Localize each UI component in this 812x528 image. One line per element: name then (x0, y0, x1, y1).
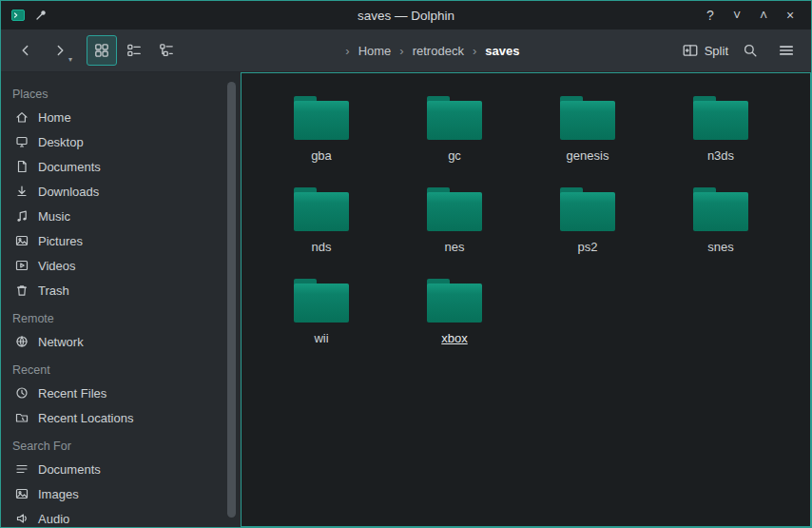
folder-label: ps2 (578, 240, 598, 254)
folder-label: nds (312, 240, 332, 254)
sidebar-item-documents[interactable]: Documents (10, 457, 223, 481)
sidebar-item-label: Documents (38, 160, 101, 174)
sidebar-item-recent-locations[interactable]: Recent Locations (10, 405, 223, 430)
sidebar-item-label: Music (38, 209, 70, 224)
forward-icon (51, 42, 68, 59)
folder-label: nes (445, 240, 465, 254)
folder-label: xbox (441, 331, 467, 345)
folder-item-ps2[interactable]: ps2 (521, 184, 654, 275)
sidebar-section-header-remote: Remote (12, 312, 223, 325)
sidebar-item-label: Audio (38, 512, 69, 526)
places-panel: PlacesHomeDesktopDocumentsDownloadsMusic… (1, 72, 241, 527)
breadcrumb-separator: › (340, 44, 354, 58)
sidebar-item-documents[interactable]: Documents (10, 154, 223, 179)
sidebar-item-label: Trash (38, 284, 69, 298)
details-view-button[interactable] (119, 35, 149, 66)
search-button[interactable] (735, 35, 765, 66)
sidebar-item-trash[interactable]: Trash (10, 278, 223, 303)
sidebar-section-header-places: Places (12, 88, 223, 101)
help-button[interactable]: ? (699, 5, 722, 26)
sidebar-item-home[interactable]: Home (10, 105, 223, 129)
folder-item-wii[interactable]: wii (255, 275, 388, 366)
icons-view-button[interactable] (87, 35, 117, 66)
breadcrumb-item-saves[interactable]: saves (483, 41, 521, 61)
folder-label: genesis (567, 148, 609, 163)
sidebar-item-recent-files[interactable]: Recent Files (10, 381, 223, 405)
recent-locations-icon (14, 410, 29, 425)
folder-icon (427, 96, 482, 140)
desktop-icon (14, 134, 29, 149)
sidebar-item-label: Home (38, 110, 71, 125)
folder-label: snes (707, 240, 733, 254)
sidebar-section-header-search-for: Search For (12, 440, 223, 453)
folder-item-gba[interactable]: gba (255, 92, 388, 184)
folder-icon (693, 96, 748, 140)
sidebar-item-downloads[interactable]: Downloads (10, 179, 223, 204)
folder-icon (693, 187, 748, 231)
folder-label: wii (314, 331, 328, 345)
sidebar-item-network[interactable]: Network (10, 329, 223, 354)
back-button[interactable] (10, 35, 41, 66)
folder-icon (294, 96, 349, 140)
folder-icon (427, 279, 482, 323)
titlebar: saves — Dolphin ?˅˄× (1, 1, 811, 29)
sidebar-item-label: Documents (38, 462, 101, 477)
image-icon (14, 233, 29, 248)
folder-label: gba (311, 148, 332, 163)
breadcrumb-item-home[interactable]: Home (357, 41, 394, 61)
close-button[interactable]: × (779, 5, 802, 26)
icons-view-icon (93, 42, 110, 59)
split-button[interactable]: Split (681, 35, 729, 66)
sidebar-item-label: Videos (38, 259, 76, 273)
folder-item-genesis[interactable]: genesis (521, 92, 654, 184)
folder-item-n3ds[interactable]: n3ds (654, 92, 787, 184)
breadcrumb-item-retrodeck[interactable]: retrodeck (411, 41, 466, 61)
folder-item-nds[interactable]: nds (255, 184, 388, 275)
sidebar-item-videos[interactable]: Videos (10, 253, 223, 278)
sidebar-item-pictures[interactable]: Pictures (10, 228, 223, 253)
maximize-button[interactable]: ˄ (752, 5, 775, 26)
sidebar-item-label: Network (38, 335, 84, 349)
sidebar-item-label: Pictures (38, 234, 83, 248)
folder-label: n3ds (707, 148, 734, 163)
folder-grid: gbagcgenesisn3dsndsnesps2sneswiixbox (242, 73, 810, 366)
menu-button[interactable] (771, 35, 802, 66)
folder-icon (560, 187, 615, 231)
folder-icon (294, 187, 349, 231)
recent-files-icon (14, 385, 29, 401)
minimize-button[interactable]: ˅ (725, 5, 748, 26)
sidebar-item-images[interactable]: Images (10, 481, 223, 506)
sidebar-item-label: Downloads (38, 185, 99, 199)
search-documents-icon (14, 461, 29, 477)
folder-item-snes[interactable]: snes (654, 184, 787, 275)
home-icon (14, 109, 29, 125)
window-title: saves — Dolphin (1, 9, 811, 23)
folder-icon (294, 279, 349, 323)
app-icon[interactable] (10, 8, 26, 23)
folder-icon (560, 96, 615, 140)
folder-item-gc[interactable]: gc (388, 92, 521, 184)
audio-icon (14, 511, 29, 526)
sidebar-item-label: Desktop (38, 135, 84, 149)
folder-item-xbox[interactable]: xbox (388, 275, 521, 366)
content-area: PlacesHomeDesktopDocumentsDownloadsMusic… (1, 72, 811, 527)
sidebar-item-audio[interactable]: Audio (10, 506, 223, 527)
download-icon (14, 184, 29, 199)
tree-view-button[interactable] (151, 35, 182, 66)
sidebar-section-header-recent: Recent (12, 363, 223, 377)
sidebar-scrollbar[interactable] (227, 82, 236, 518)
pin-icon[interactable] (33, 8, 48, 23)
sidebar-item-music[interactable]: Music (10, 204, 223, 228)
sidebar-item-label: Images (38, 487, 79, 501)
trash-icon (14, 283, 29, 298)
search-images-icon (14, 486, 29, 501)
breadcrumb-separator: › (395, 44, 408, 58)
breadcrumb: ›Home›retrodeck›saves (340, 41, 521, 61)
forward-dropdown-caret[interactable]: ▾ (68, 55, 72, 64)
toolbar: ▾ (1, 29, 811, 72)
forward-button[interactable]: ▾ (45, 35, 75, 66)
document-icon (14, 159, 29, 174)
sidebar-item-label: Recent Locations (38, 411, 133, 425)
sidebar-item-desktop[interactable]: Desktop (10, 129, 223, 154)
folder-item-nes[interactable]: nes (388, 184, 521, 275)
